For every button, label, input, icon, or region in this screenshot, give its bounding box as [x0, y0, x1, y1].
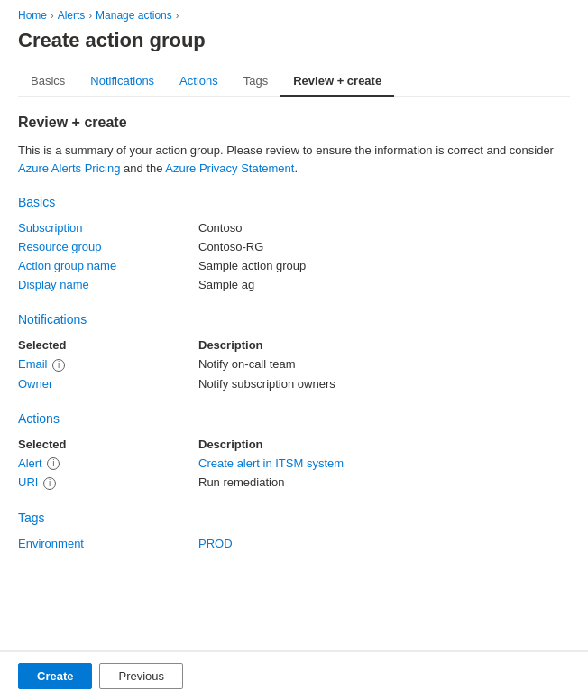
table-row: Environment PROD [18, 534, 570, 553]
notifications-col-description: Description [198, 336, 570, 355]
table-row: Alert i Create alert in ITSM system [18, 454, 570, 474]
breadcrumb-sep-2: › [88, 10, 92, 21]
notifications-header-row: Selected Description [18, 336, 570, 355]
table-row: Owner Notify subscription owners [18, 374, 570, 393]
create-button[interactable]: Create [18, 663, 92, 689]
action-alert-desc: Create alert in ITSM system [198, 454, 570, 474]
action-alert-label: Alert i [18, 454, 198, 474]
actions-col-selected: Selected [18, 435, 198, 454]
basics-table: Subscription Contoso Resource group Cont… [18, 218, 570, 294]
breadcrumb-alerts[interactable]: Alerts [58, 9, 86, 22]
page-title: Create action group [18, 29, 570, 52]
basics-rg-value: Contoso-RG [198, 237, 570, 256]
tags-table: Environment PROD [18, 534, 570, 553]
notif-email-label: Email i [18, 355, 198, 374]
tab-actions[interactable]: Actions [167, 67, 231, 97]
review-section: Review + create This is a summary of you… [18, 115, 570, 177]
azure-privacy-link[interactable]: Azure Privacy Statement [165, 161, 294, 175]
action-uri-label: URI i [18, 473, 198, 493]
tag-prod-link[interactable]: PROD [198, 537, 233, 550]
table-row: Resource group Contoso-RG [18, 237, 570, 256]
email-info-icon[interactable]: i [52, 359, 65, 372]
tab-tags[interactable]: Tags [231, 67, 280, 97]
basics-section: Basics Subscription Contoso Resource gro… [18, 195, 570, 294]
basics-ag-name-label: Action group name [18, 256, 198, 275]
notif-owner-label: Owner [18, 374, 198, 393]
table-row: Email i Notify on-call team [18, 355, 570, 374]
tag-env-value: PROD [198, 534, 570, 553]
action-uri-desc: Run remediation [198, 473, 570, 493]
breadcrumb-sep-3: › [176, 10, 179, 21]
tab-review-create[interactable]: Review + create [280, 67, 394, 97]
breadcrumb-manage-actions[interactable]: Manage actions [96, 9, 172, 22]
review-info-text: This is a summary of your action group. … [18, 142, 570, 177]
tags-section: Tags Environment PROD [18, 511, 570, 553]
table-row: Display name Sample ag [18, 275, 570, 294]
footer: Create Previous [0, 651, 588, 700]
actions-header-row: Selected Description [18, 435, 570, 454]
alert-info-icon[interactable]: i [47, 457, 60, 470]
basics-subscription-label: Subscription [18, 218, 198, 237]
basics-ag-name-value: Sample action group [198, 256, 570, 275]
basics-display-name-label: Display name [18, 275, 198, 294]
actions-col-description: Description [198, 435, 570, 454]
actions-table: Selected Description Alert i Create aler… [18, 435, 570, 493]
table-row: URI i Run remediation [18, 473, 570, 493]
azure-alerts-pricing-link[interactable]: Azure Alerts Pricing [18, 161, 120, 175]
basics-display-name-value: Sample ag [198, 275, 570, 294]
itsm-link[interactable]: Create alert in ITSM system [198, 456, 344, 470]
tag-env-label: Environment [18, 534, 198, 553]
notif-email-desc: Notify on-call team [198, 355, 570, 374]
tab-notifications[interactable]: Notifications [78, 67, 167, 97]
notifications-col-selected: Selected [18, 336, 198, 355]
notif-owner-desc: Notify subscription owners [198, 374, 570, 393]
info-text-3: . [294, 161, 298, 175]
previous-button[interactable]: Previous [99, 663, 183, 689]
basics-title: Basics [18, 195, 570, 209]
notifications-title: Notifications [18, 312, 570, 327]
notifications-section: Notifications Selected Description Email… [18, 312, 570, 393]
actions-section: Actions Selected Description Alert i Cre… [18, 411, 570, 493]
info-text-2: and the [120, 161, 165, 175]
tab-bar: Basics Notifications Actions Tags Review… [18, 67, 570, 97]
tab-basics[interactable]: Basics [18, 67, 78, 97]
basics-subscription-value: Contoso [198, 218, 570, 237]
tags-title: Tags [18, 511, 570, 525]
uri-info-icon[interactable]: i [43, 477, 56, 490]
breadcrumb-sep-1: › [51, 10, 54, 21]
table-row: Action group name Sample action group [18, 256, 570, 275]
breadcrumb: Home › Alerts › Manage actions › [18, 9, 570, 22]
notifications-table: Selected Description Email i Notify on-c… [18, 336, 570, 393]
basics-rg-label: Resource group [18, 237, 198, 256]
info-text-1: This is a summary of your action group. … [18, 143, 554, 157]
breadcrumb-home[interactable]: Home [18, 9, 47, 22]
table-row: Subscription Contoso [18, 218, 570, 237]
review-heading: Review + create [18, 115, 570, 131]
actions-title: Actions [18, 411, 570, 426]
